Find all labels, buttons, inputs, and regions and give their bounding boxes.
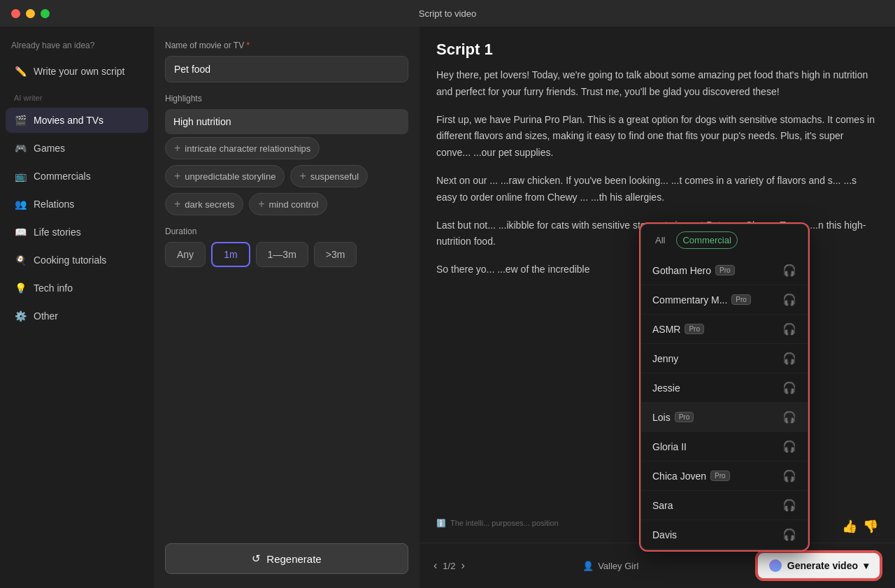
games-icon: 🎮 (14, 142, 27, 155)
sidebar-item-life-stories[interactable]: 📖 Life stories (6, 220, 148, 245)
sidebar-item-cooking[interactable]: 🍳 Cooking tutorials (6, 248, 148, 273)
tags-row: + intricate character relationships + un… (165, 137, 408, 215)
sidebar-item-write-own[interactable]: ✏️ Write your own script (6, 59, 148, 84)
commercials-icon: 📺 (14, 170, 27, 182)
sidebar-item-tech[interactable]: 💡 Tech info (6, 275, 148, 301)
voice-dropdown: All Commercial Gotham Hero Pro 🎧 Comment… (640, 224, 808, 550)
voice-item-gotham-hero[interactable]: Gotham Hero Pro 🎧 (641, 256, 808, 285)
plus-icon-5: + (258, 198, 264, 210)
movie-field: Name of movie or TV * (165, 41, 408, 83)
voice-item-gloria[interactable]: Gloria II 🎧 (641, 432, 808, 461)
tab-commercial[interactable]: Commercial (676, 231, 737, 249)
duration-any[interactable]: Any (165, 242, 206, 267)
script-header: Script 1 (420, 27, 895, 67)
dropdown-list: Gotham Hero Pro 🎧 Commentary M... Pro 🎧 … (641, 256, 808, 550)
regenerate-label: Regenerate (266, 553, 321, 565)
tag-mind-control[interactable]: + mind control (249, 193, 327, 215)
sidebar: Already have an idea? ✏️ Write your own … (0, 27, 154, 588)
tech-label: Tech info (34, 282, 73, 294)
voice-name-label: Lois (652, 412, 671, 423)
highlight-main-tag[interactable]: High nutrition (165, 109, 408, 134)
movie-name-input[interactable] (165, 56, 408, 83)
maximize-button[interactable] (41, 9, 50, 18)
script-panel: Script 1 Hey there, pet lovers! Today, w… (420, 27, 895, 588)
headphone-icon[interactable]: 🎧 (782, 322, 796, 336)
voice-item-jessie[interactable]: Jessie 🎧 (641, 373, 808, 403)
tag-unpredictable-label: unpredictable storyline (185, 171, 275, 182)
cooking-label: Cooking tutorials (34, 254, 106, 266)
prev-page-button[interactable]: ‹ (434, 559, 437, 572)
headphone-icon[interactable]: 🎧 (782, 469, 796, 482)
sidebar-item-commercials[interactable]: 📺 Commercials (6, 164, 148, 189)
sidebar-item-other[interactable]: ⚙️ Other (6, 303, 148, 329)
duration-1-3m[interactable]: 1—3m (256, 242, 308, 267)
duration-buttons: Any 1m 1—3m >3m (165, 242, 408, 267)
duration-1m[interactable]: 1m (211, 242, 250, 267)
voice-item-commentary[interactable]: Commentary M... Pro 🎧 (641, 285, 808, 315)
headphone-icon[interactable]: 🎧 (782, 440, 796, 453)
headphone-icon[interactable]: 🎧 (782, 352, 796, 365)
other-icon: ⚙️ (14, 310, 27, 322)
headphone-icon[interactable]: 🎧 (782, 499, 796, 512)
tag-suspenseful[interactable]: + suspenseful (290, 165, 368, 187)
minimize-button[interactable] (26, 9, 35, 18)
voice-item-sara[interactable]: Sara 🎧 (641, 491, 808, 520)
voice-item-lois[interactable]: Lois Pro 🎧 (641, 403, 808, 432)
tag-intricate-label: intricate character relationships (185, 143, 310, 154)
other-label: Other (34, 310, 58, 322)
voice-name-label: Chica Joven (652, 471, 706, 482)
tech-icon: 💡 (14, 282, 27, 294)
headphone-icon[interactable]: 🎧 (782, 410, 796, 424)
sidebar-item-games[interactable]: 🎮 Games (6, 136, 148, 161)
close-button[interactable] (11, 9, 20, 18)
voice-item-asmr[interactable]: ASMR Pro 🎧 (641, 315, 808, 344)
script-para-3: Next on our ... ...raw chicken. If you'v… (436, 173, 878, 206)
tab-all[interactable]: All (650, 232, 671, 248)
voice-name-label: Sara (652, 500, 673, 511)
relations-icon: 👥 (14, 198, 27, 210)
tag-intricate[interactable]: + intricate character relationships (165, 137, 320, 159)
info-icon: ℹ️ (436, 519, 446, 528)
commercials-label: Commercials (34, 171, 91, 182)
duration-3m[interactable]: >3m (314, 242, 357, 267)
voice-item-chica-joven[interactable]: Chica Joven Pro 🎧 (641, 461, 808, 491)
voice-name-label: Davis (652, 529, 677, 540)
voice-selector-icon: 👤 (582, 561, 594, 571)
generate-video-button[interactable]: Generate video ▾ (757, 552, 881, 580)
tag-dark-secrets[interactable]: + dark secrets (165, 193, 243, 215)
regenerate-button[interactable]: ↺ Regenerate (165, 543, 408, 574)
voice-selector-label: Valley Girl (598, 561, 638, 571)
voice-selector[interactable]: 👤 Valley Girl (582, 561, 638, 571)
tag-suspenseful-label: suspenseful (310, 171, 359, 182)
voice-name-label: Jenny (652, 353, 678, 364)
headphone-icon[interactable]: 🎧 (782, 293, 796, 306)
pro-badge: Pro (715, 265, 735, 275)
pro-badge: Pro (675, 412, 694, 422)
voice-item-davis[interactable]: Davis 🎧 (641, 520, 808, 550)
voice-name-label: ASMR (652, 324, 680, 335)
next-page-button[interactable]: › (461, 559, 464, 572)
relations-label: Relations (34, 199, 74, 210)
required-marker: * (247, 41, 250, 50)
sidebar-item-relations[interactable]: 👥 Relations (6, 192, 148, 217)
movies-icon: 🎬 (14, 114, 27, 127)
pro-badge: Pro (685, 324, 704, 334)
titlebar: Script to video (0, 0, 895, 27)
thumbs-down-icon[interactable]: 👎 (863, 519, 878, 534)
pro-badge: Pro (710, 471, 730, 481)
headphone-icon[interactable]: 🎧 (782, 264, 796, 277)
life-stories-icon: 📖 (14, 226, 27, 238)
voice-name-label: Commentary M... (652, 294, 727, 306)
voice-name-label: Jessie (652, 382, 680, 394)
headphone-icon[interactable]: 🎧 (782, 381, 796, 394)
thumbs-up-icon[interactable]: 👍 (842, 519, 857, 534)
tag-unpredictable[interactable]: + unpredictable storyline (165, 165, 285, 187)
plus-icon-3: + (299, 170, 306, 182)
voice-item-jenny[interactable]: Jenny 🎧 (641, 344, 808, 373)
script-para-2: First up, we have Purina Pro Plan. This … (436, 112, 878, 162)
headphone-icon[interactable]: 🎧 (782, 528, 796, 541)
plus-icon-4: + (174, 198, 180, 210)
gem-icon (769, 559, 782, 572)
sidebar-item-movies[interactable]: 🎬 Movies and TVs (6, 108, 148, 133)
voice-name-label: Gotham Hero (652, 265, 711, 276)
